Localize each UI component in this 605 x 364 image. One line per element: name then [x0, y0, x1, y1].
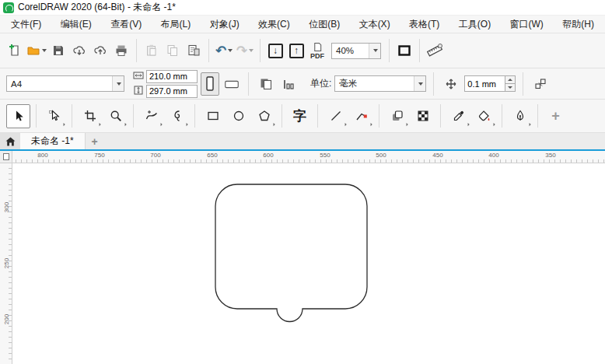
- zoom-level-combo[interactable]: 40%: [331, 43, 381, 59]
- nudge-distance-button[interactable]: [441, 73, 461, 95]
- export-button[interactable]: ↑: [286, 40, 306, 61]
- rectangle-icon: [207, 110, 219, 122]
- bspline-tool[interactable]: [165, 104, 189, 128]
- page-size-preset-value: A4: [7, 79, 112, 89]
- open-button[interactable]: [26, 40, 47, 61]
- vruler-number: 200: [3, 314, 10, 325]
- menu-edit[interactable]: 编辑(E): [56, 16, 96, 33]
- preset-dropdown-button[interactable]: [112, 76, 124, 91]
- menu-table[interactable]: 表格(T): [404, 16, 444, 33]
- save-button[interactable]: [48, 40, 68, 61]
- nudge-distance-input[interactable]: [464, 75, 505, 92]
- rounded-rectangle-with-tab-shape[interactable]: [215, 184, 367, 322]
- hruler-number: 600: [263, 152, 273, 159]
- polyline-tool[interactable]: [349, 104, 373, 128]
- show-rulers-button[interactable]: [425, 40, 445, 61]
- printer-icon: [114, 44, 128, 58]
- landscape-orientation-button[interactable]: [222, 72, 241, 96]
- flyout-indicator: [464, 121, 469, 125]
- transparency-tool[interactable]: [411, 104, 435, 128]
- ellipse-tool[interactable]: [226, 104, 250, 128]
- open-dropdown-caret[interactable]: [42, 49, 47, 52]
- welcome-screen-button[interactable]: [0, 133, 20, 149]
- nudge-spin-down-button[interactable]: [505, 83, 515, 91]
- paste-button[interactable]: [142, 40, 162, 61]
- pen-tool[interactable]: [508, 104, 532, 128]
- text-tool[interactable]: 字: [288, 104, 312, 128]
- drop-shadow-tool[interactable]: [385, 104, 409, 128]
- undo-dropdown-caret[interactable]: [228, 49, 233, 52]
- pick-tool[interactable]: [6, 104, 30, 128]
- portrait-orientation-button[interactable]: [201, 72, 219, 96]
- window-title: CorelDRAW 2020 (64-Bit) - 未命名 -1*: [18, 1, 176, 14]
- menu-bitmaps[interactable]: 位图(B): [304, 16, 344, 33]
- horizontal-ruler[interactable]: 800 750 700 650 600 550 500 450 400 350: [0, 151, 605, 163]
- freehand-tool[interactable]: [139, 104, 163, 128]
- polygon-tool[interactable]: [252, 104, 276, 128]
- menu-effects[interactable]: 效果(C): [254, 16, 295, 33]
- hruler-number: 400: [488, 152, 498, 159]
- nudge-spin-up-button[interactable]: [505, 76, 515, 83]
- redo-dropdown-caret[interactable]: [249, 49, 254, 52]
- line-tool[interactable]: [323, 104, 348, 128]
- add-tool-button[interactable]: +: [544, 104, 568, 128]
- menubar: 文件(F) 编辑(E) 查看(V) 布局(L) 对象(J) 效果(C) 位图(B…: [0, 16, 605, 33]
- flyout-indicator: [121, 121, 126, 125]
- toolbar-separator: [208, 39, 209, 62]
- publish-to-pdf-button[interactable]: PDF: [307, 40, 327, 61]
- save-floppy-icon: [51, 44, 65, 58]
- zoom-dropdown-button[interactable]: [369, 44, 380, 58]
- menu-help[interactable]: 帮助(H): [558, 16, 599, 33]
- flyout-indicator: [157, 121, 162, 125]
- duplicate-distance-button[interactable]: [530, 73, 551, 95]
- ruler-origin-button[interactable]: [0, 151, 12, 163]
- copy-button[interactable]: [163, 40, 183, 61]
- print-button[interactable]: [111, 40, 131, 61]
- zoom-tool[interactable]: [103, 104, 128, 128]
- toolbox-separator: [282, 104, 282, 128]
- current-page-settings-button[interactable]: [256, 73, 276, 95]
- rectangle-tool[interactable]: [201, 104, 225, 128]
- document-tab-untitled[interactable]: 未命名 -1*: [20, 133, 86, 149]
- polygon-icon: [258, 110, 271, 122]
- interactive-fill-tool[interactable]: [472, 104, 496, 128]
- page-size-preset-combo[interactable]: A4: [6, 75, 124, 92]
- shadow-squares-icon: [391, 110, 404, 122]
- overlapping-pages-icon: [259, 77, 273, 91]
- shape-tool[interactable]: [42, 104, 66, 128]
- menu-object[interactable]: 对象(J): [205, 16, 244, 33]
- menu-layout[interactable]: 布局(L): [156, 16, 196, 33]
- menu-tools[interactable]: 工具(O): [454, 16, 495, 33]
- units-dropdown-button[interactable]: [414, 76, 425, 91]
- fullscreen-preview-button[interactable]: [394, 40, 414, 61]
- document-shape-layer: [12, 163, 605, 364]
- hruler-number: 550: [320, 152, 330, 159]
- page-width-input[interactable]: [146, 70, 198, 83]
- open-from-cloud-button[interactable]: [69, 40, 89, 61]
- import-button[interactable]: ↓: [265, 40, 285, 61]
- toolbar-separator: [389, 39, 390, 62]
- vertical-ruler[interactable]: 300 250 200: [0, 163, 12, 364]
- import-icon: ↓: [268, 44, 283, 58]
- crop-tool[interactable]: [78, 104, 102, 128]
- redo-button[interactable]: ↷: [235, 40, 255, 61]
- units-combo[interactable]: 毫米: [334, 75, 426, 92]
- menu-text[interactable]: 文本(X): [355, 16, 395, 33]
- menu-file[interactable]: 文件(F): [6, 16, 46, 33]
- new-document-button[interactable]: [5, 40, 25, 61]
- undo-button[interactable]: ↶: [214, 40, 234, 61]
- copy-properties-button[interactable]: [184, 40, 204, 61]
- drawing-units-button[interactable]: [279, 73, 299, 95]
- new-tab-button[interactable]: +: [86, 133, 104, 149]
- toolbox-separator: [194, 104, 195, 128]
- nudge-cross-icon: [445, 78, 457, 90]
- drawing-canvas[interactable]: [12, 163, 605, 364]
- color-eyedropper-tool[interactable]: [446, 104, 470, 128]
- hruler-number: 350: [545, 152, 555, 159]
- text-tool-glyph: 字: [293, 107, 306, 125]
- save-to-cloud-button[interactable]: [90, 40, 110, 61]
- menu-view[interactable]: 查看(V): [106, 16, 146, 33]
- pdf-label: PDF: [310, 53, 324, 60]
- page-height-input[interactable]: [146, 85, 198, 98]
- menu-window[interactable]: 窗口(W): [505, 16, 548, 33]
